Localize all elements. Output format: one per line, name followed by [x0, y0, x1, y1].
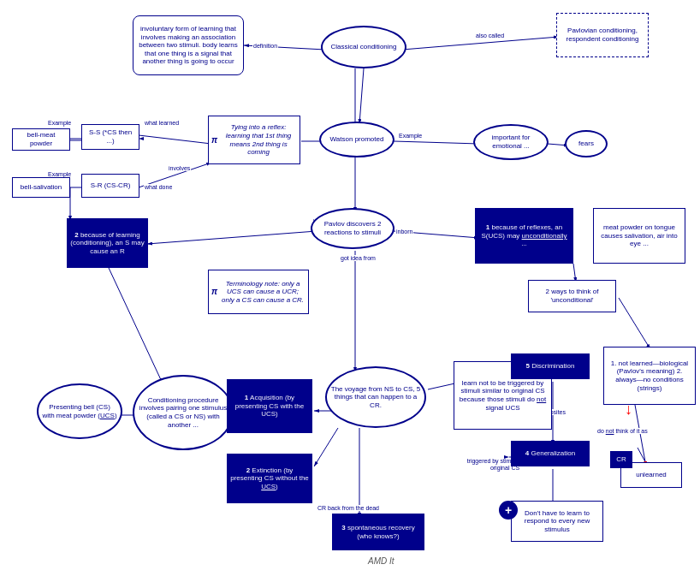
node-dont-have: Don't have to learn to respond to every …: [511, 501, 603, 542]
red-arrow-icon: ↓: [625, 401, 632, 419]
spontaneous-recovery-text: 3 spontaneous recovery (who knows?): [335, 524, 421, 540]
node-involuntary-def: involuntary form of learning that involv…: [133, 15, 244, 75]
svg-line-18: [109, 268, 163, 383]
extinction-text: 2 Extinction (by presenting CS without t…: [230, 466, 309, 491]
meat-tongue-text: meat powder on tongue causes salivation,…: [596, 223, 682, 248]
node-classical-conditioning: Classical conditioning: [321, 26, 406, 68]
node-conditioning-procedure: Conditioning procedure involves pairing …: [133, 375, 234, 450]
conditioning-procedure-text: Conditioning procedure involves pairing …: [138, 396, 228, 429]
label-involves: involves: [168, 165, 191, 171]
node-bell-salivation: bell-salivation: [12, 177, 70, 198]
learn-not-triggered-text: learn not to be triggered by stimuli sim…: [457, 379, 549, 412]
node-not-learned: 1. not learned—biological (Pavlov's mean…: [603, 347, 696, 405]
dont-have-text: Don't have to learn to respond to every …: [514, 509, 600, 534]
svg-line-23: [314, 428, 338, 466]
label-what-done: what done: [144, 184, 173, 190]
pavlov-discovers-text: Pavlov discovers 2 reactions to stimuli: [316, 220, 389, 236]
svg-line-10: [147, 231, 317, 244]
node-presenting-bell: Presenting bell (CS) with meat powder (U…: [37, 383, 122, 439]
node-because-reflexes: 1 because of reflexes, an S(UCS) may unc…: [475, 208, 573, 264]
because-reflexes-text: 1 because of reflexes, an S(UCS) may unc…: [478, 223, 570, 248]
cr-unlearned-text: unlearned: [636, 471, 667, 479]
node-plus-icon: +: [499, 501, 518, 520]
acquisition-text: 1 Acquisition (by presenting CS with the…: [230, 394, 309, 419]
not-learned-text: 1. not learned—biological (Pavlov's mean…: [607, 359, 692, 392]
node-important-emotional: important for emotional ...: [473, 124, 549, 160]
node-extinction: 2 Extinction (by presenting CS without t…: [227, 454, 312, 503]
node-fears: fears: [565, 130, 608, 157]
node-pi-terminology: π Terminology note: only a UCS can cause…: [208, 270, 309, 314]
node-discrimination: 5 Discrimination: [511, 353, 590, 379]
important-emotional-text: important for emotional ...: [478, 134, 543, 150]
concept-map: definition also called Example Example E…: [0, 0, 700, 588]
footer-label: AMD It: [368, 556, 394, 566]
svg-line-4: [402, 37, 559, 50]
sr-text: S-R (CS-CR): [91, 181, 131, 190]
label-do-not-think: do not think of it as: [596, 428, 649, 434]
svg-line-6: [394, 141, 479, 144]
label-example-1: Example: [398, 133, 423, 139]
node-ss: S-S (*CS then ...): [81, 124, 139, 150]
svg-line-31: [619, 298, 650, 349]
label-definition: definition: [252, 43, 278, 49]
watson-text: Watson promoted: [330, 135, 384, 144]
node-bell-meat: bell-meat powder: [12, 128, 70, 151]
pi-tying-text: Tying into a reflex: learning that 1st t…: [220, 123, 297, 156]
pavlovian-text: Pavlovian conditioning, respondent condi…: [560, 27, 645, 43]
node-generalization: 4 Generalization: [511, 441, 590, 466]
label-example-3: Example: [47, 171, 72, 177]
ss-text: S-S (*CS then ...): [85, 128, 136, 145]
presenting-bell-text: Presenting bell (CS) with meat powder (U…: [42, 403, 117, 419]
svg-line-15: [139, 135, 211, 144]
node-pavlovian: Pavlovian conditioning, respondent condi…: [556, 13, 649, 57]
classical-conditioning-text: Classical conditioning: [331, 43, 397, 51]
discrimination-text: 5 Discrimination: [526, 362, 575, 371]
because-learning-text: 2 because of learning (conditioning), an…: [70, 231, 145, 256]
node-sr: S-R (CS-CR): [81, 174, 139, 198]
node-cr-icon: CR: [610, 451, 632, 468]
label-also-called: also called: [475, 33, 505, 39]
node-meat-tongue: meat powder on tongue causes salivation,…: [593, 208, 685, 264]
pi-terminology-text: Terminology note: only a UCS can cause a…: [220, 280, 306, 305]
node-because-learning: 2 because of learning (conditioning), an…: [67, 218, 148, 268]
label-got-idea: got idea from: [340, 255, 377, 261]
node-spontaneous-recovery: 3 spontaneous recovery (who knows?): [332, 514, 424, 550]
bell-meat-text: bell-meat powder: [15, 131, 67, 147]
svg-line-33: [635, 405, 646, 466]
node-acquisition: 1 Acquisition (by presenting CS with the…: [227, 379, 312, 433]
label-cr-back: CR back from the dead: [317, 505, 380, 511]
label-what-learned: what learned: [144, 120, 180, 126]
involuntary-def-text: involuntary form of learning that involv…: [136, 25, 240, 66]
node-pi-tying: π Tying into a reflex: learning that 1st…: [208, 116, 300, 164]
label-inborn: inborn: [395, 229, 413, 235]
generalization-text: 4 Generalization: [525, 449, 575, 458]
node-voyage: The voyage from NS to CS, 5 things that …: [325, 366, 426, 428]
bell-salivation-text: bell-salivation: [21, 183, 62, 192]
node-watson: Watson promoted: [319, 122, 394, 157]
two-ways-text: 2 ways to think of 'unconditional': [531, 288, 613, 304]
label-example-2: Example: [47, 120, 72, 126]
fears-text: fears: [578, 140, 594, 148]
node-two-ways: 2 ways to think of 'unconditional': [528, 280, 616, 312]
node-pavlov-discovers: Pavlov discovers 2 reactions to stimuli: [311, 208, 394, 249]
voyage-text: The voyage from NS to CS, 5 things that …: [330, 385, 421, 410]
svg-line-5: [359, 68, 364, 124]
